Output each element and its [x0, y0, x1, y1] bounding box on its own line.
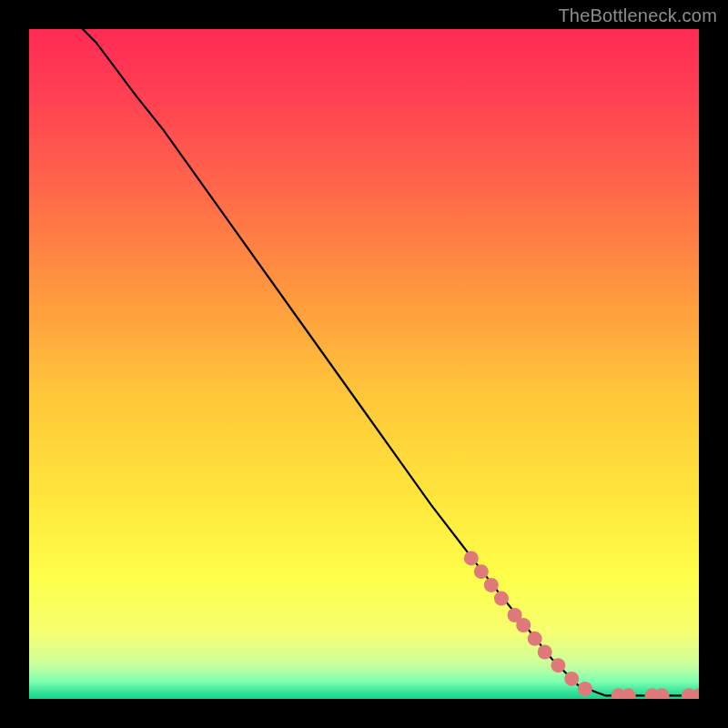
data-point [551, 658, 565, 672]
data-point [474, 564, 489, 579]
data-point [564, 672, 579, 686]
chart-svg [29, 29, 699, 699]
data-point [622, 688, 636, 699]
data-point [538, 645, 552, 660]
attribution-text: TheBottleneck.com [558, 5, 717, 26]
scatter-points [464, 551, 699, 699]
data-point [484, 578, 499, 592]
data-point [516, 618, 531, 632]
chart-plot-area [29, 29, 699, 699]
curve-line [83, 29, 699, 695]
data-point [528, 632, 542, 646]
data-point [494, 592, 509, 606]
data-point [655, 688, 670, 699]
data-point [464, 551, 479, 565]
data-point [578, 682, 592, 696]
